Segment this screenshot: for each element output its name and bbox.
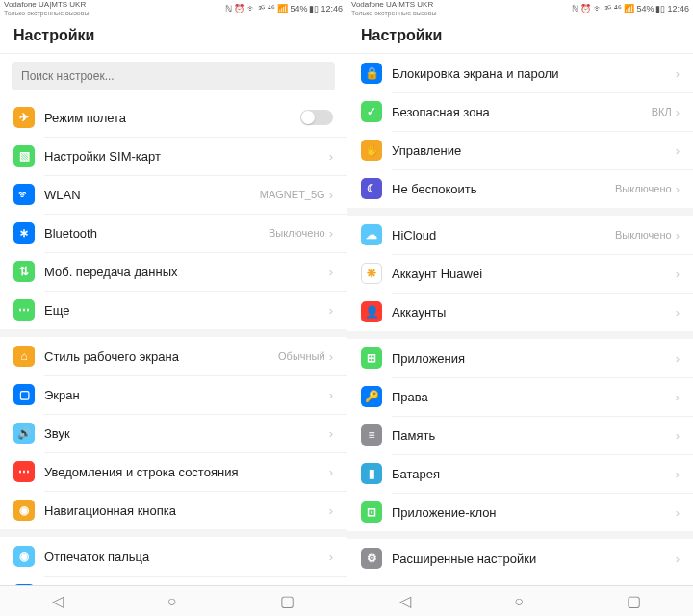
settings-row[interactable]: ⋯Уведомления и строка состояния›: [0, 452, 346, 491]
settings-row[interactable]: ≡Память›: [347, 416, 693, 454]
chevron-right-icon: ›: [329, 349, 333, 364]
clock: 12:46: [321, 4, 343, 13]
Стиль рабочего экрана-icon: ⌂: [13, 346, 35, 367]
row-label: Bluetooth: [44, 226, 269, 241]
statusbar: Vodafone UA|MTS UKR Только экстренные вы…: [0, 0, 346, 17]
settings-row[interactable]: 👤Аккаунты›: [347, 293, 693, 331]
settings-row[interactable]: ⇅Моб. передача данных›: [0, 252, 346, 291]
row-label: Уведомления и строка состояния: [44, 465, 329, 479]
settings-row[interactable]: ⋯Еще›: [0, 291, 346, 329]
row-label: Батарея: [392, 467, 676, 481]
row-label: Стиль рабочего экрана: [44, 349, 278, 364]
chevron-right-icon: ›: [676, 66, 680, 81]
search-input[interactable]: [12, 62, 335, 90]
chevron-right-icon: ›: [329, 465, 333, 479]
battery-icon: ▮▯: [655, 4, 665, 13]
settings-row[interactable]: 🔊Звук›: [0, 414, 346, 452]
battery-pct: 54%: [636, 4, 654, 13]
Блокировка экрана и пароли-icon: 🔒: [13, 584, 35, 585]
settings-scroll[interactable]: ✈Режим полета▧Настройки SIM-карт›ᯤWLANMA…: [0, 98, 346, 585]
row-label: Приложения: [392, 351, 676, 366]
group-connectivity: ✈Режим полета▧Настройки SIM-карт›ᯤWLANMA…: [0, 98, 346, 329]
chevron-right-icon: ›: [329, 188, 333, 202]
row-label: HiCloud: [392, 228, 615, 243]
nav-home[interactable]: ○: [167, 593, 177, 610]
chevron-right-icon: ›: [329, 149, 333, 164]
settings-row[interactable]: ᯤWLANMAGNET_5G›: [0, 175, 346, 214]
chevron-right-icon: ›: [676, 305, 680, 320]
row-label: Права: [392, 390, 676, 404]
chevron-right-icon: ›: [329, 226, 333, 241]
Приложение-клон-icon: ⊡: [361, 501, 382, 523]
settings-row[interactable]: ⊞Приложения›: [347, 339, 693, 377]
page-title: Настройки: [0, 17, 346, 54]
chevron-right-icon: ›: [676, 105, 680, 119]
Батарея-icon: ▮: [361, 463, 382, 484]
settings-row[interactable]: ◉Отпечаток пальца›: [0, 537, 346, 576]
statusbar-carrier: Vodafone UA|MTS UKR Только экстренные вы…: [351, 1, 572, 16]
settings-row[interactable]: ◉Навигационная кнопка›: [0, 491, 346, 529]
Блокировка экрана и пароли-icon: 🔒: [361, 63, 382, 84]
nav-back[interactable]: ◁: [399, 592, 411, 610]
settings-row[interactable]: ⊡Приложение-клон›: [347, 493, 693, 531]
phone-right: Vodafone UA|MTS UKR Только экстренные вы…: [346, 0, 693, 616]
settings-row[interactable]: ∗BluetoothВыключено›: [0, 214, 346, 252]
row-label: Звук: [44, 426, 329, 441]
settings-row[interactable]: 🔑Права›: [347, 377, 693, 416]
settings-row[interactable]: ✈Режим полета: [0, 98, 346, 137]
Приложения-icon: ⊞: [361, 347, 382, 369]
group-security: ◉Отпечаток пальца›🔒Блокировка экрана и п…: [0, 537, 346, 585]
Аккаунт Huawei-icon: ❋: [361, 263, 382, 284]
settings-row[interactable]: ✓Безопасная зонаВКЛ›: [347, 92, 693, 131]
settings-row[interactable]: ⌂Стиль рабочего экранаОбычный›: [0, 337, 346, 375]
chevron-right-icon: ›: [329, 265, 333, 279]
status-icons: ℕ ⏰ ᯤ ³ᴳ ⁴⁶ 📶: [572, 4, 635, 13]
settings-row[interactable]: ❋Аккаунт Huawei›: [347, 254, 693, 293]
settings-row[interactable]: 🔒Блокировка экрана и пароли›: [347, 54, 693, 92]
settings-row[interactable]: ☁HiCloudВыключено›: [347, 216, 693, 254]
row-label: Не беспокоить: [392, 182, 615, 196]
toggle[interactable]: [300, 110, 333, 125]
Управление-icon: ✋: [361, 140, 382, 161]
settings-row[interactable]: ▢Экран›: [0, 375, 346, 414]
settings-row[interactable]: ☾Не беспокоитьВыключено›: [347, 169, 693, 208]
nav-recent[interactable]: ▢: [280, 592, 295, 610]
page-title: Настройки: [347, 17, 693, 54]
settings-row[interactable]: ⟳Обновление системы›: [347, 578, 693, 585]
chevron-right-icon: ›: [676, 182, 680, 196]
row-label: WLAN: [44, 188, 260, 202]
settings-scroll[interactable]: 🔒Блокировка экрана и пароли›✓Безопасная …: [347, 54, 693, 585]
settings-row[interactable]: ⚙Расширенные настройки›: [347, 539, 693, 578]
HiCloud-icon: ☁: [361, 224, 382, 245]
row-value: Выключено: [615, 229, 672, 241]
nav-recent[interactable]: ▢: [627, 592, 641, 610]
row-label: Управление: [392, 143, 676, 158]
row-label: Аккаунт Huawei: [392, 267, 676, 281]
statusbar: Vodafone UA|MTS UKR Только экстренные вы…: [347, 0, 693, 17]
row-label: Еще: [44, 303, 329, 318]
Безопасная зона-icon: ✓: [361, 101, 382, 122]
group-accounts: ☁HiCloudВыключено›❋Аккаунт Huawei›👤Аккау…: [347, 216, 693, 331]
group-security2: 🔒Блокировка экрана и пароли›✓Безопасная …: [347, 54, 693, 208]
row-value: Обычный: [278, 350, 325, 362]
nav-home[interactable]: ○: [514, 593, 524, 610]
chevron-right-icon: ›: [329, 303, 333, 318]
chevron-right-icon: ›: [676, 390, 680, 404]
row-label: Отпечаток пальца: [44, 550, 329, 564]
Моб. передача данных-icon: ⇅: [13, 261, 35, 282]
chevron-right-icon: ›: [329, 388, 333, 402]
Bluetooth-icon: ∗: [13, 222, 35, 244]
settings-row[interactable]: 🔒Блокировка экрана и пароли›: [0, 576, 346, 585]
nav-back[interactable]: ◁: [52, 592, 64, 610]
settings-row[interactable]: ▧Настройки SIM-карт›: [0, 137, 346, 175]
row-label: Режим полета: [44, 111, 300, 125]
navbar: ◁ ○ ▢: [0, 585, 346, 616]
settings-row[interactable]: ✋Управление›: [347, 131, 693, 169]
chevron-right-icon: ›: [329, 503, 333, 518]
chevron-right-icon: ›: [676, 143, 680, 158]
chevron-right-icon: ›: [329, 426, 333, 441]
settings-row[interactable]: ▮Батарея›: [347, 454, 693, 493]
Права-icon: 🔑: [361, 386, 382, 407]
chevron-right-icon: ›: [676, 351, 680, 366]
Режим полета-icon: ✈: [13, 107, 35, 128]
